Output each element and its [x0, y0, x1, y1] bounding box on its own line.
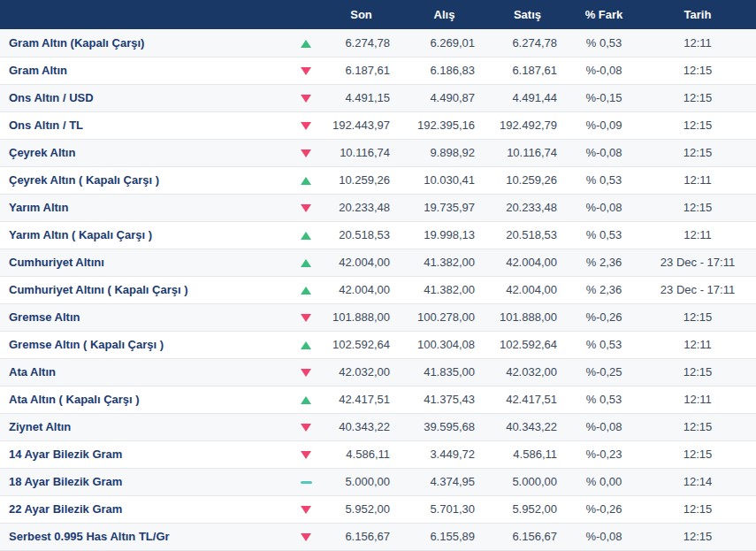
gold-prices-table: Son Alış Satış % Fark Tarih Gram Altın (… [0, 0, 756, 551]
instrument-name-link[interactable]: Yarım Altın [0, 194, 292, 221]
satis-value: 6.156,67 [486, 523, 569, 550]
alis-value: 6.186,83 [402, 57, 486, 84]
instrument-name-link[interactable]: Ziynet Altın [0, 413, 292, 440]
son-value: 10.259,26 [320, 166, 402, 194]
tarih-value: 23 Dec - 17:11 [639, 276, 756, 303]
instrument-name-link[interactable]: Ata Altın ( Kapalı Çarşı ) [0, 386, 292, 413]
satis-value: 42.004,00 [486, 276, 569, 303]
instrument-name-link[interactable]: Cumhuriyet Altını ( Kapalı Çarşı ) [0, 276, 292, 303]
instrument-name-link[interactable]: Ata Altın [0, 358, 292, 386]
alis-value: 9.898,92 [402, 139, 486, 166]
son-value: 102.592,64 [320, 331, 402, 358]
tarih-value: 12:15 [639, 495, 756, 523]
son-value: 6.274,78 [320, 29, 402, 57]
satis-value: 10.116,74 [486, 139, 569, 166]
trend-cell [292, 29, 320, 57]
table-row: 14 Ayar Bilezik Gram 4.586,11 3.449,72 4… [0, 440, 756, 468]
alis-value: 19.735,97 [402, 194, 486, 221]
fark-value: %-0,15 [569, 84, 639, 111]
trend-cell [292, 166, 320, 194]
instrument-name-link[interactable]: Gram Altın [0, 57, 292, 84]
instrument-name-link[interactable]: 22 Ayar Bilezik Gram [0, 495, 292, 523]
son-value: 42.004,00 [320, 249, 402, 276]
fark-value: %-0,25 [569, 358, 639, 386]
trend-down-icon [301, 369, 311, 377]
son-value: 5.952,00 [320, 495, 402, 523]
instrument-name-link[interactable]: 18 Ayar Bilezik Gram [0, 468, 292, 495]
tarih-value: 12:15 [639, 194, 756, 221]
trend-cell [292, 249, 320, 276]
fark-value: %-0,26 [569, 495, 639, 523]
fark-value: %-0,08 [569, 194, 639, 221]
table-row: 18 Ayar Bilezik Gram 5.000,00 4.374,95 5… [0, 468, 756, 495]
tarih-value: 12:14 [639, 468, 756, 495]
trend-down-icon [301, 314, 311, 322]
alis-value: 100.278,00 [402, 303, 486, 331]
header-fark: % Fark [569, 0, 639, 29]
table-row: Ons Altın / TL 192.443,97 192.395,16 192… [0, 111, 756, 139]
trend-up-icon [301, 232, 311, 240]
son-value: 42.032,00 [320, 358, 402, 386]
tarih-value: 23 Dec - 17:11 [639, 249, 756, 276]
instrument-name-link[interactable]: Çeyrek Altın ( Kapalı Çarşı ) [0, 166, 292, 194]
fark-value: % 2,36 [569, 276, 639, 303]
alis-value: 19.998,13 [402, 221, 486, 249]
alis-value: 6.155,89 [402, 523, 486, 550]
fark-value: %-0,08 [569, 57, 639, 84]
satis-value: 5.952,00 [486, 495, 569, 523]
fark-value: %-0,08 [569, 139, 639, 166]
trend-cell [292, 386, 320, 413]
fark-value: % 0,53 [569, 331, 639, 358]
table-row: 22 Ayar Bilezik Gram 5.952,00 5.701,30 5… [0, 495, 756, 523]
satis-value: 6.187,61 [486, 57, 569, 84]
trend-flat-icon [301, 481, 312, 484]
instrument-name-link[interactable]: Gremse Altın ( Kapalı Çarşı ) [0, 331, 292, 358]
instrument-name-link[interactable]: Cumhuriyet Altını [0, 249, 292, 276]
trend-cell [292, 276, 320, 303]
alis-value: 41.375,43 [402, 386, 486, 413]
son-value: 42.004,00 [320, 276, 402, 303]
trend-up-icon [301, 40, 311, 48]
son-value: 42.417,51 [320, 386, 402, 413]
alis-value: 10.030,41 [402, 166, 486, 194]
trend-cell [292, 523, 320, 550]
trend-cell [292, 57, 320, 84]
son-value: 6.187,61 [320, 57, 402, 84]
trend-cell [292, 221, 320, 249]
trend-cell [292, 139, 320, 166]
instrument-name-link[interactable]: Ons Altın / USD [0, 84, 292, 111]
fark-value: %-0,08 [569, 413, 639, 440]
trend-cell [292, 111, 320, 139]
trend-down-icon [301, 204, 311, 212]
instrument-name-link[interactable]: Yarım Altın ( Kapalı Çarşı ) [0, 221, 292, 249]
alis-value: 4.374,95 [402, 468, 486, 495]
instrument-name-link[interactable]: Serbest 0.995 Has Altın TL/Gr [0, 523, 292, 550]
alis-value: 6.269,01 [402, 29, 486, 57]
satis-value: 4.491,44 [486, 84, 569, 111]
table-row: Çeyrek Altın ( Kapalı Çarşı ) 10.259,26 … [0, 166, 756, 194]
trend-cell [292, 495, 320, 523]
instrument-name-link[interactable]: 14 Ayar Bilezik Gram [0, 440, 292, 468]
table-row: Gram Altın (Kapalı Çarşı) 6.274,78 6.269… [0, 29, 756, 57]
alis-value: 39.595,68 [402, 413, 486, 440]
instrument-name-link[interactable]: Gremse Altın [0, 303, 292, 331]
tarih-value: 12:11 [639, 166, 756, 194]
trend-down-icon [301, 506, 311, 514]
satis-value: 42.004,00 [486, 249, 569, 276]
table-row: Cumhuriyet Altını ( Kapalı Çarşı ) 42.00… [0, 276, 756, 303]
instrument-name-link[interactable]: Gram Altın (Kapalı Çarşı) [0, 29, 292, 57]
satis-value: 5.000,00 [486, 468, 569, 495]
tarih-value: 12:15 [639, 358, 756, 386]
alis-value: 192.395,16 [402, 111, 486, 139]
table-row: Yarım Altın ( Kapalı Çarşı ) 20.518,53 1… [0, 221, 756, 249]
header-alis: Alış [402, 0, 486, 29]
instrument-name-link[interactable]: Çeyrek Altın [0, 139, 292, 166]
instrument-name-link[interactable]: Ons Altın / TL [0, 111, 292, 139]
table-row: Ons Altın / USD 4.491,15 4.490,87 4.491,… [0, 84, 756, 111]
trend-up-icon [301, 287, 311, 295]
satis-value: 102.592,64 [486, 331, 569, 358]
trend-cell [292, 84, 320, 111]
fark-value: % 0,53 [569, 386, 639, 413]
son-value: 6.156,67 [320, 523, 402, 550]
trend-down-icon [301, 533, 311, 541]
